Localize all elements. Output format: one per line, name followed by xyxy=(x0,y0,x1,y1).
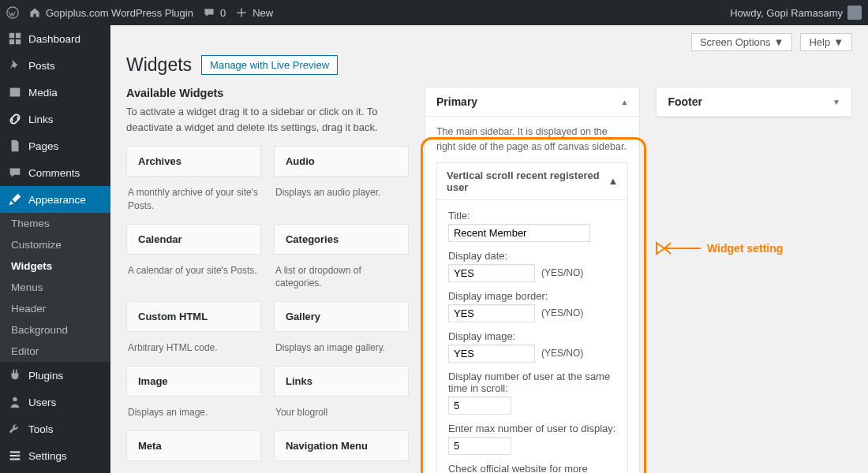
site-name: Gopiplus.com WordPress Plugin xyxy=(46,7,193,19)
available-widget[interactable]: Archives xyxy=(126,146,261,177)
live-preview-button[interactable]: Manage with Live Preview xyxy=(201,55,338,75)
svg-rect-2 xyxy=(16,33,21,38)
sidebar-item-plugins[interactable]: Plugins xyxy=(0,362,110,389)
available-widget[interactable]: Custom HTML xyxy=(126,301,261,332)
available-widget[interactable]: Categories xyxy=(274,224,409,255)
sidebar-item-label: Settings xyxy=(28,450,67,462)
widget-instance-title: Vertical scroll recent registered user xyxy=(447,169,608,193)
svg-point-6 xyxy=(11,451,14,454)
site-link[interactable]: Gopiplus.com WordPress Plugin xyxy=(28,6,193,19)
widget-desc: Displays an audio player. xyxy=(274,184,409,216)
sidebar-item-label: Comments xyxy=(28,167,80,179)
dashboard-icon xyxy=(8,32,22,46)
widget-instance-header[interactable]: Vertical scroll recent registered user ▲ xyxy=(437,163,627,200)
yesno-hint: (YES/NO) xyxy=(541,267,583,278)
display-count-label: Display number of user at the same time … xyxy=(448,371,616,394)
page-title: Widgets xyxy=(126,54,192,76)
sidebar-item-media[interactable]: Media xyxy=(0,79,110,106)
display-image-border-label: Display image border: xyxy=(448,290,616,302)
help-button[interactable]: Help ▼ xyxy=(800,33,852,51)
sidebar-item-label: Pages xyxy=(28,140,58,152)
wp-logo[interactable] xyxy=(6,6,19,19)
comments-count: 0 xyxy=(220,7,226,19)
sidebar-item-appearance[interactable]: Appearance xyxy=(0,186,110,213)
sidebar-sub-background[interactable]: Background xyxy=(0,319,110,341)
caret-up-icon: ▲ xyxy=(621,98,629,106)
comments-link[interactable]: 0 xyxy=(203,6,226,19)
sliders-icon xyxy=(8,449,22,463)
svg-rect-1 xyxy=(9,33,14,38)
widget-desc: Arbitrary HTML code. xyxy=(126,340,261,358)
admin-toolbar: Gopiplus.com WordPress Plugin 0 New Howd… xyxy=(0,0,868,25)
display-date-input[interactable] xyxy=(448,264,535,282)
annotation-arrow: Widget setting xyxy=(655,238,783,259)
yesno-hint: (YES/NO) xyxy=(541,348,583,359)
new-label: New xyxy=(253,7,273,19)
sidebar-item-collapse-menu[interactable]: Collapse menu xyxy=(0,469,110,473)
brush-icon xyxy=(8,192,22,207)
sidebar-item-label: Plugins xyxy=(28,370,63,382)
widget-desc: Your blogroll xyxy=(274,404,409,423)
screen-options-button[interactable]: Screen Options ▼ xyxy=(691,33,792,51)
sidebar-item-label: Appearance xyxy=(28,194,86,206)
caret-down-icon: ▼ xyxy=(832,98,840,106)
sidebar-sub-menus[interactable]: Menus xyxy=(0,277,110,298)
max-count-input[interactable] xyxy=(448,437,511,455)
widget-desc: Login, RSS, & WordPress.org links. xyxy=(126,469,261,473)
primary-panel-title: Primary xyxy=(436,95,477,108)
available-widget[interactable]: Calendar xyxy=(126,224,261,255)
sidebar-item-label: Tools xyxy=(28,423,54,435)
svg-rect-4 xyxy=(16,39,21,44)
available-widgets-grid: ArchivesAudioA monthly archive of your s… xyxy=(126,146,409,473)
sidebar-sub-customize[interactable]: Customize xyxy=(0,234,110,255)
annotation-label: Widget setting xyxy=(707,242,783,255)
sidebar-sub-editor[interactable]: Editor xyxy=(0,341,110,362)
available-widget[interactable]: Meta xyxy=(126,430,261,461)
sidebar-item-pages[interactable]: Pages xyxy=(0,132,110,159)
svg-rect-3 xyxy=(9,39,14,44)
howdy-link[interactable]: Howdy, Gopi Ramasamy xyxy=(730,6,862,20)
primary-sidebar-panel: Primary ▲ The main sidebar. It is displa… xyxy=(425,87,640,473)
sidebar-item-label: Media xyxy=(28,87,58,99)
svg-point-7 xyxy=(17,454,20,457)
max-count-label: Enter max number of user to display: xyxy=(448,423,616,434)
sidebar-item-tools[interactable]: Tools xyxy=(0,415,110,442)
plus-icon xyxy=(235,6,248,19)
primary-panel-header[interactable]: Primary ▲ xyxy=(425,88,639,117)
sidebar-item-label: Links xyxy=(28,114,54,125)
display-image-input[interactable] xyxy=(448,345,535,363)
available-widget[interactable]: Links xyxy=(274,366,409,397)
available-widget[interactable]: Image xyxy=(126,366,261,397)
display-image-label: Display image: xyxy=(448,330,616,342)
home-icon xyxy=(28,6,41,19)
new-link[interactable]: New xyxy=(235,6,273,19)
available-widget[interactable]: Navigation Menu xyxy=(274,430,409,461)
available-widget[interactable]: Audio xyxy=(274,146,409,177)
sidebar-sub-header[interactable]: Header xyxy=(0,298,110,319)
sidebar-item-users[interactable]: Users xyxy=(0,389,110,415)
caret-up-icon: ▲ xyxy=(608,175,619,187)
sidebar-item-posts[interactable]: Posts xyxy=(0,52,110,79)
widget-desc: A calendar of your site's Posts. xyxy=(126,263,261,294)
media-icon xyxy=(8,85,22,99)
primary-panel-desc: The main sidebar. It is displayed on the… xyxy=(436,125,628,155)
sidebar-sub-widgets[interactable]: Widgets xyxy=(0,255,110,277)
title-input[interactable] xyxy=(448,224,590,242)
wrench-icon xyxy=(8,422,22,436)
display-count-input[interactable] xyxy=(448,397,511,415)
sidebar-item-comments[interactable]: Comments xyxy=(0,159,110,186)
widget-desc: Displays an image. xyxy=(126,404,261,423)
widget-desc: A monthly archive of your site's Posts. xyxy=(126,184,261,216)
sidebar-item-settings[interactable]: Settings xyxy=(0,442,110,469)
sidebar-sub-themes[interactable]: Themes xyxy=(0,213,110,234)
caret-down-icon: ▼ xyxy=(774,36,784,48)
footer-panel-header[interactable]: Footer ▼ xyxy=(657,88,851,117)
available-widget[interactable]: Gallery xyxy=(274,301,409,332)
footer-panel-title: Footer xyxy=(668,95,702,108)
display-image-border-input[interactable] xyxy=(448,304,535,322)
sidebar-item-dashboard[interactable]: Dashboard xyxy=(0,25,110,52)
footer-sidebar-panel: Footer ▼ xyxy=(656,87,852,117)
info-text: Check official website for more informat… xyxy=(448,463,616,474)
available-widgets-title: Available Widgets xyxy=(126,87,409,99)
sidebar-item-links[interactable]: Links xyxy=(0,106,110,132)
